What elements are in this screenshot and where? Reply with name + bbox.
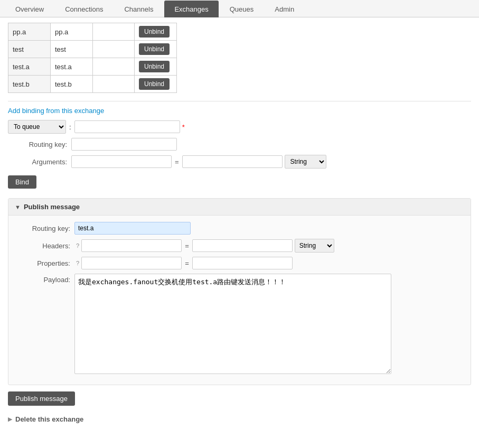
pub-props-key-input[interactable] <box>81 257 182 269</box>
unbind-button-2[interactable]: Unbind <box>139 61 170 72</box>
binding-routing-3: test.b <box>51 76 93 93</box>
equals-sign-1: = <box>175 158 179 166</box>
pub-properties-help-icon[interactable]: ? <box>76 260 79 266</box>
arg-key-input[interactable] <box>71 155 172 168</box>
pub-headers-help-icon[interactable]: ? <box>76 242 79 249</box>
pub-headers-type-select[interactable]: String Boolean Number List <box>295 239 334 253</box>
binding-queue-label-0: pp.a <box>8 23 51 41</box>
queue-name-input[interactable] <box>74 120 180 133</box>
publish-section: ▼ Publish message Routing key: Headers: … <box>8 198 471 385</box>
routing-key-row: Routing key: <box>8 138 471 151</box>
binding-row-1: test test Unbind <box>8 41 177 58</box>
pub-properties-label: Properties: <box>16 259 74 267</box>
pub-payload-row: Payload: 我是exchanges.fanout交换机使用test.a路由… <box>16 274 463 374</box>
section-divider-1 <box>8 101 471 101</box>
pub-props-equals: = <box>185 259 189 267</box>
to-queue-select[interactable]: To queue To exchange <box>8 120 66 134</box>
tab-admin[interactable]: Admin <box>265 1 304 17</box>
routing-key-input[interactable] <box>71 138 177 151</box>
delete-exchange-section[interactable]: ▶ Delete this exchange <box>8 415 471 423</box>
binding-args-1 <box>93 41 135 58</box>
binding-action-2: Unbind <box>135 58 177 76</box>
publish-body: Routing key: Headers: ? = String Boolean… <box>8 216 471 385</box>
binding-queue-label-3: test.b <box>8 76 51 93</box>
to-queue-row: To queue To exchange : * <box>8 120 471 134</box>
unbind-button-1[interactable]: Unbind <box>139 43 170 55</box>
pub-headers-label: Headers: <box>16 242 74 250</box>
arg-type-select[interactable]: String Boolean Number List <box>285 155 326 169</box>
binding-action-1: Unbind <box>135 41 177 58</box>
publish-message-button[interactable]: Publish message <box>8 391 75 406</box>
main-content: pp.a pp.a Unbind test test Unbind test.a… <box>0 17 479 428</box>
pub-properties-row: Properties: ? = <box>16 257 463 269</box>
binding-row-2: test.a test.a Unbind <box>8 58 177 76</box>
tab-channels[interactable]: Channels <box>114 1 163 17</box>
binding-action-3: Unbind <box>135 76 177 93</box>
binding-routing-1: test <box>51 41 93 58</box>
nav-tabs: Overview Connections Channels Exchanges … <box>0 0 479 17</box>
collapse-icon: ▼ <box>15 204 21 210</box>
binding-args-2 <box>93 58 135 76</box>
binding-row-3: test.b test.b Unbind <box>8 76 177 93</box>
pub-headers-key-input[interactable] <box>81 239 182 252</box>
binding-args-0 <box>93 23 135 41</box>
arguments-label: Arguments: <box>8 158 71 166</box>
delete-arrow-icon: ▶ <box>8 416 12 423</box>
publish-section-title: Publish message <box>24 203 80 211</box>
arg-val-input[interactable] <box>182 155 283 168</box>
required-star: * <box>182 123 185 131</box>
bind-button[interactable]: Bind <box>8 175 36 189</box>
publish-section-header[interactable]: ▼ Publish message <box>8 199 471 216</box>
binding-queue-label-1: test <box>8 41 51 58</box>
pub-routing-key-input[interactable] <box>74 222 191 235</box>
binding-args-3 <box>93 76 135 93</box>
binding-routing-2: test.a <box>51 58 93 76</box>
binding-action-0: Unbind <box>135 23 177 41</box>
binding-routing-0: pp.a <box>51 23 93 41</box>
delete-exchange-label: Delete this exchange <box>15 415 83 423</box>
to-queue-separator: : <box>69 123 71 131</box>
tab-queues[interactable]: Queues <box>220 1 264 17</box>
unbind-button-0[interactable]: Unbind <box>139 26 170 38</box>
pub-headers-equals: = <box>185 242 189 250</box>
tab-connections[interactable]: Connections <box>55 1 113 17</box>
pub-headers-val-input[interactable] <box>192 239 293 252</box>
unbind-button-3[interactable]: Unbind <box>139 78 170 90</box>
pub-payload-textarea[interactable]: 我是exchanges.fanout交换机使用test.a路由键发送消息！！！ <box>74 274 391 374</box>
arguments-row: Arguments: = String Boolean Number List <box>8 155 471 169</box>
routing-key-label: Routing key: <box>8 141 71 148</box>
pub-routing-key-row: Routing key: <box>16 222 463 235</box>
binding-row-0: pp.a pp.a Unbind <box>8 23 177 41</box>
pub-headers-row: Headers: ? = String Boolean Number List <box>16 239 463 253</box>
pub-props-val-input[interactable] <box>192 257 293 269</box>
tab-exchanges[interactable]: Exchanges <box>164 1 218 17</box>
tab-overview[interactable]: Overview <box>5 1 54 17</box>
bindings-table: pp.a pp.a Unbind test test Unbind test.a… <box>8 23 177 93</box>
pub-routing-key-label: Routing key: <box>16 225 74 232</box>
binding-queue-label-2: test.a <box>8 58 51 76</box>
add-binding-title: Add binding from this exchange <box>8 107 471 115</box>
pub-payload-label: Payload: <box>16 276 74 284</box>
